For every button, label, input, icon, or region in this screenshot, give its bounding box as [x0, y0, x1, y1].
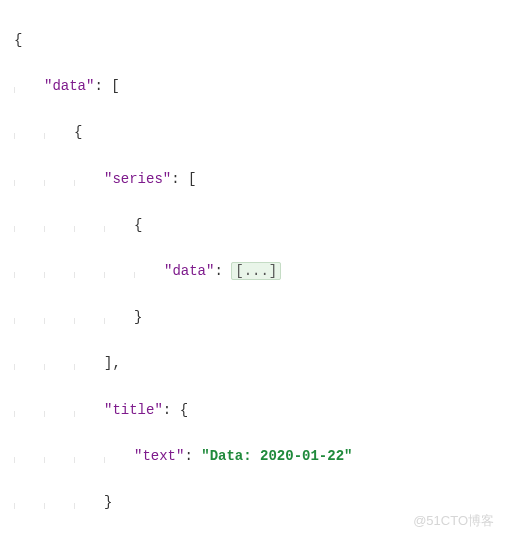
brace-open: { [74, 124, 82, 140]
bracket-open: [ [111, 78, 119, 94]
code-line: { [14, 29, 508, 52]
brace-close: } [104, 494, 112, 510]
json-string: "Data: 2020-01-22" [201, 448, 352, 464]
code-line: ], [14, 352, 508, 375]
code-line: "data": [ [14, 75, 508, 98]
json-key: "data" [44, 78, 94, 94]
code-line: } [14, 491, 508, 514]
json-key: "text" [134, 448, 184, 464]
code-line: "data": [...] [14, 260, 508, 283]
bracket-open: [ [188, 171, 196, 187]
brace-close: } [134, 309, 142, 325]
folded-region[interactable]: [...] [231, 262, 281, 280]
brace-open: { [14, 32, 22, 48]
code-line: "series": [ [14, 168, 508, 191]
json-key: "title" [104, 402, 163, 418]
code-line: } [14, 306, 508, 329]
code-line: }, [14, 537, 508, 541]
json-key: "series" [104, 171, 171, 187]
code-line: "title": { [14, 399, 508, 422]
bracket-close: ], [104, 355, 121, 371]
json-key: "data" [164, 263, 214, 279]
brace-open: { [180, 402, 188, 418]
brace-open: { [134, 217, 142, 233]
json-code-block: { "data": [ { "series": [ { "data": [...… [0, 0, 508, 541]
code-line: { [14, 121, 508, 144]
code-line: "text": "Data: 2020-01-22" [14, 445, 508, 468]
code-line: { [14, 214, 508, 237]
